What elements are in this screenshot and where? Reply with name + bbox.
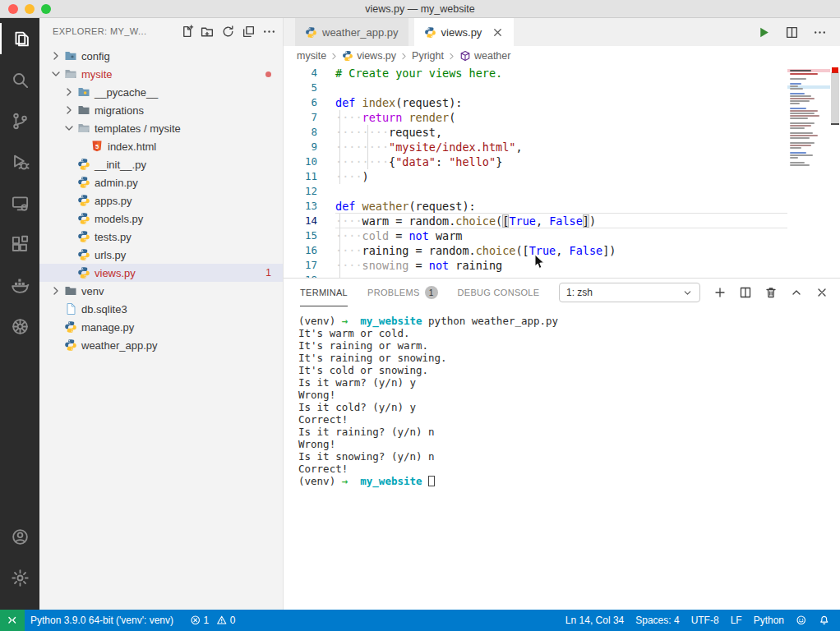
activity-python-env-button[interactable] [0,306,39,347]
terminal-text [348,475,360,487]
line-number[interactable]: 9 [284,140,335,154]
tree-item-tests-py[interactable]: tests.py [39,228,283,246]
code-editor[interactable]: 4# Create your views here.56def index(re… [284,66,840,278]
tree-item-templates-mysite[interactable]: templates / mysite [39,119,283,137]
status-remote[interactable] [0,610,25,631]
breadcrumb-item-pyright[interactable]: Pyright [412,50,444,62]
tree-item-label: tests.py [95,231,132,243]
tree-item-admin-py[interactable]: admin.py [39,173,283,191]
tree-item-urls-py[interactable]: urls.py [39,246,283,264]
activity-docker-button[interactable] [0,265,39,306]
status-bar: Python 3.9.0 64-bit ('venv': venv)10 Ln … [0,610,840,631]
terminal-output[interactable]: (venv) → my_website python weather_app.p… [298,315,835,606]
line-number[interactable]: 14 [284,214,335,228]
status-problems[interactable]: 10 [179,610,241,631]
collapse-all-icon[interactable] [242,25,256,39]
close-window-button[interactable] [8,4,18,14]
activity-remote-explorer-button[interactable] [0,182,39,223]
refresh-icon[interactable] [221,25,235,39]
split-terminal-icon[interactable] [739,286,752,299]
tree-item-apps-py[interactable]: apps.py [39,191,283,210]
tree-item-db-sqlite3[interactable]: db.sqlite3 [39,300,283,318]
breadcrumb-item-views-py[interactable]: views.py [342,50,396,62]
activity-source-control-button[interactable] [0,100,39,141]
tree-item-mysite[interactable]: mysite [39,65,283,83]
status-notifications[interactable] [813,610,836,631]
more-icon[interactable] [262,25,276,39]
kill-terminal-icon[interactable] [764,286,778,299]
line-number[interactable]: 8 [284,125,335,140]
line-number[interactable]: 17 [284,258,335,273]
status-indentation[interactable]: Spaces: 4 [630,610,685,631]
close-panel-icon[interactable] [815,286,828,299]
line-number[interactable]: 11 [284,169,335,184]
status-cursor-position[interactable]: Ln 14, Col 34 [560,610,630,631]
status-encoding[interactable]: UTF-8 [685,610,725,631]
close-icon[interactable] [492,26,504,39]
line-number[interactable]: 7 [284,110,335,125]
tab-label: weather_app.py [322,26,399,39]
new-file-icon[interactable] [180,25,194,39]
panel-header: TERMINALPROBLEMS1DEBUG CONSOLE 1: zsh [284,279,840,306]
activity-search-button[interactable] [0,59,39,100]
svg-text:5: 5 [95,143,99,150]
activity-settings-button[interactable] [0,557,39,598]
code-token: True [529,244,556,257]
line-number[interactable]: 5 [284,81,335,95]
panel-tab-debug-console[interactable]: DEBUG CONSOLE [458,279,540,306]
status-language[interactable]: Python [748,610,790,631]
minimap[interactable] [787,66,830,278]
line-number[interactable]: 16 [284,243,335,258]
line-number[interactable]: 10 [284,154,335,169]
activity-run-debug-button[interactable] [0,141,39,182]
tab-weather-app-py[interactable]: weather_app.py [295,18,409,46]
panel-tab-terminal[interactable]: TERMINAL [300,279,348,306]
tree-item-label: config [81,50,110,62]
tree-item-config[interactable]: config [39,47,283,65]
status-feedback[interactable] [790,610,813,631]
tree-item-venv[interactable]: venv [39,282,283,300]
status-python-interpreter[interactable]: Python 3.9.0 64-bit ('venv': venv) [25,610,179,631]
breadcrumb-item-weather[interactable]: weather [459,50,510,62]
source-control-icon [11,112,30,131]
tree-indent-spacer [76,140,89,153]
line-number[interactable]: 4 [284,66,335,81]
maximize-panel-icon[interactable] [790,286,803,299]
minimize-window-button[interactable] [25,4,35,14]
run-icon[interactable] [757,25,771,39]
line-number[interactable]: 15 [284,228,335,243]
breadcrumb-item-mysite[interactable]: mysite [297,50,326,62]
split-editor-icon[interactable] [785,25,799,39]
editor-scrollbar[interactable] [830,66,840,278]
scrollbar-thumb[interactable] [831,72,839,125]
tree-item-weather-app-py[interactable]: weather_app.py [39,336,283,354]
tree-indent-spacer [49,339,62,352]
minimap-line [790,83,801,85]
code-token: (request): [408,200,475,213]
tree-item-views-py[interactable]: views.py1 [39,264,283,282]
more-icon[interactable] [813,25,827,39]
line-number[interactable]: 12 [284,184,335,199]
shell-select-value: 1: zsh [566,287,593,298]
terminal-text: Is it raining? (y/n) n [298,426,435,438]
tree-item-manage-py[interactable]: manage.py [39,318,283,336]
tree-item-migrations[interactable]: migrations [39,101,283,119]
new-folder-icon[interactable] [201,25,215,39]
tree-item-models-py[interactable]: models.py [39,210,283,228]
line-number[interactable]: 6 [284,95,335,110]
activity-extensions-button[interactable] [0,223,39,265]
new-terminal-icon[interactable] [713,286,727,299]
tree-item-pycache[interactable]: __pycache__ [39,83,283,101]
line-number[interactable]: 13 [284,199,335,214]
tree-item-index-html[interactable]: 5index.html [39,137,283,155]
minimap-line [790,154,813,156]
activity-accounts-button[interactable] [0,516,39,557]
zoom-window-button[interactable] [41,4,51,14]
code-line-text: def weather(request): [335,199,476,214]
tab-views-py[interactable]: views.py [414,18,515,46]
terminal-shell-select[interactable]: 1: zsh [559,283,700,302]
panel-tab-problems[interactable]: PROBLEMS1 [367,279,438,306]
status-eol[interactable]: LF [725,610,748,631]
activity-explorer-button[interactable] [0,18,39,59]
tree-item-init-py[interactable]: __init__.py [39,155,283,173]
